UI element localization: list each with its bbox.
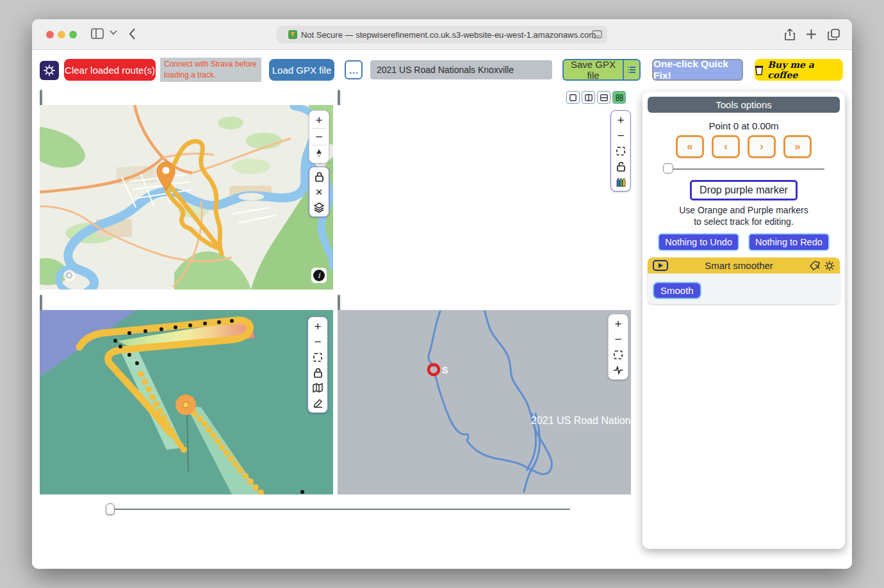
browser-chrome: Not Secure — stepwiserefinement.co.uk.s3… — [32, 19, 852, 50]
map-canvas[interactable]: + − × i — [40, 105, 333, 290]
back-icon[interactable] — [128, 28, 136, 40]
tab-overview-icon[interactable] — [828, 28, 840, 41]
app-content: Clear loaded route(s) Connect with Strav… — [32, 50, 852, 569]
marker-hint: Use Orange and Purple markers to select … — [648, 204, 840, 227]
zoom-out-button[interactable]: − — [311, 129, 327, 144]
next-point-button[interactable]: › — [748, 135, 776, 158]
point-nav-row: « ‹ › » — [648, 135, 840, 158]
layout-two-columns-button[interactable] — [582, 91, 595, 104]
zoom-in-button[interactable]: + — [311, 113, 327, 127]
threed-panel-tabs — [40, 295, 42, 310]
map-info-button[interactable]: i — [311, 268, 327, 283]
point-slider[interactable] — [663, 162, 824, 176]
minimize-window-button[interactable] — [58, 31, 65, 38]
first-point-button[interactable]: « — [676, 135, 704, 158]
start-label: S — [442, 365, 448, 375]
route-watermark: 2021 US Road Nationals — [531, 415, 631, 426]
layout-two-rows-button[interactable] — [597, 91, 610, 104]
layers-icon[interactable] — [311, 200, 327, 215]
tag-pen-icon[interactable] — [810, 261, 821, 270]
smart-smoother-header: Smart smoother — [648, 257, 840, 274]
close-window-button[interactable] — [46, 31, 54, 38]
elevation-profile-chart[interactable] — [338, 105, 631, 290]
layout-buttons — [566, 91, 626, 104]
pencil-icon[interactable] — [310, 396, 325, 411]
play-icon[interactable] — [653, 260, 668, 271]
buy-coffee-label: Buy me a coffee — [767, 60, 843, 80]
fullscreen-icon[interactable] — [613, 143, 628, 158]
smooth-button[interactable]: Smooth — [653, 282, 701, 299]
track-position-slider[interactable] — [106, 503, 570, 515]
smart-smoother-title: Smart smoother — [672, 260, 806, 271]
coffee-cup-icon — [755, 64, 764, 76]
route-outline: S 2021 US Road Nationals — [338, 310, 631, 494]
save-options-icon[interactable] — [623, 60, 639, 79]
more-options-button[interactable]: … — [345, 60, 363, 79]
zoom-in-button[interactable]: + — [310, 319, 325, 334]
last-point-button[interactable]: » — [783, 135, 812, 158]
zoom-in-button[interactable]: + — [610, 316, 626, 331]
site-favicon-icon — [288, 30, 297, 39]
chevron-down-icon[interactable] — [110, 30, 117, 35]
pulse-icon[interactable] — [610, 363, 626, 377]
zoom-out-button[interactable]: − — [310, 334, 325, 349]
share-icon[interactable] — [784, 28, 796, 41]
fullscreen-icon[interactable] — [610, 347, 626, 362]
crayons-icon[interactable] — [613, 174, 628, 189]
profile-panel-tabs — [338, 90, 340, 105]
sidebar-toggle-icon[interactable] — [91, 28, 104, 39]
route-canvas[interactable]: S 2021 US Road Nationals + − — [338, 310, 631, 494]
new-tab-icon[interactable] — [806, 29, 817, 40]
map-panel-tabs — [40, 90, 42, 105]
browser-window: Not Secure — stepwiserefinement.co.uk.s3… — [32, 19, 852, 569]
drop-purple-marker-button[interactable]: Drop purple marker — [690, 180, 798, 200]
unlock-icon[interactable] — [613, 159, 628, 174]
strava-connect-note: Connect with Strava before loading a tra… — [160, 58, 261, 82]
route-panel-tabs — [338, 295, 340, 310]
save-gpx-button[interactable]: Save GPX file — [562, 59, 641, 81]
lock-icon[interactable] — [311, 169, 327, 184]
map-zoom-controls: + − — [309, 110, 329, 163]
close-icon[interactable]: × — [311, 184, 327, 199]
map-shields — [40, 105, 333, 290]
settings-gear-button[interactable] — [40, 61, 59, 80]
buy-coffee-button[interactable]: Buy me a coffee — [755, 59, 843, 81]
route-controls: + − — [608, 314, 628, 380]
save-gpx-label: Save GPX file — [564, 59, 623, 81]
fullscreen-icon[interactable] — [310, 350, 325, 364]
zoom-out-button[interactable]: − — [613, 128, 628, 143]
route-name-input[interactable]: 2021 US Road Nationals Knoxville — [370, 60, 552, 79]
elevation-profile-panel[interactable]: + − — [338, 105, 631, 290]
address-bar[interactable]: Not Secure — stepwiserefinement.co.uk.s3… — [277, 26, 607, 44]
tools-options-header: Tools options — [648, 97, 840, 113]
layout-single-button[interactable] — [566, 91, 580, 104]
threed-canvas[interactable]: + − — [40, 310, 333, 494]
tools-sidebar: Tools options Point 0 at 0.00m « ‹ › » D… — [643, 92, 845, 549]
prev-point-button[interactable]: ‹ — [712, 135, 740, 158]
zoom-out-button[interactable]: − — [610, 332, 626, 347]
undo-button[interactable]: Nothing to Undo — [658, 233, 739, 251]
smoother-gear-icon[interactable] — [824, 261, 835, 271]
slider-track[interactable] — [106, 509, 570, 510]
layout-grid-button[interactable] — [612, 91, 626, 104]
load-gpx-button[interactable]: Load GPX file — [269, 59, 334, 81]
map-tool-controls: × — [309, 167, 329, 217]
lock-icon[interactable] — [310, 365, 325, 380]
zoom-window-button[interactable] — [69, 31, 77, 38]
reader-icon[interactable] — [592, 30, 602, 38]
compass-icon[interactable] — [311, 146, 327, 161]
url-text: Not Secure — stepwiserefinement.co.uk.s3… — [301, 30, 596, 40]
point-position-label: Point 0 at 0.00m — [648, 120, 840, 131]
redo-button[interactable]: Nothing to Redo — [748, 233, 830, 251]
clear-routes-button[interactable]: Clear loaded route(s) — [64, 59, 156, 81]
smart-smoother-body: Smooth — [648, 274, 840, 304]
slider-thumb[interactable] — [106, 503, 115, 515]
zoom-in-button[interactable]: + — [613, 113, 628, 127]
threed-scenery — [40, 310, 333, 494]
profile-controls: + − — [610, 110, 631, 192]
map-fold-icon[interactable] — [310, 380, 325, 395]
partial-tool-row — [648, 307, 840, 314]
threed-controls: + − — [307, 316, 328, 413]
undo-redo-row: Nothing to Undo Nothing to Redo — [648, 233, 840, 251]
quick-fix-button[interactable]: One-click Quick Fix! — [652, 59, 743, 81]
